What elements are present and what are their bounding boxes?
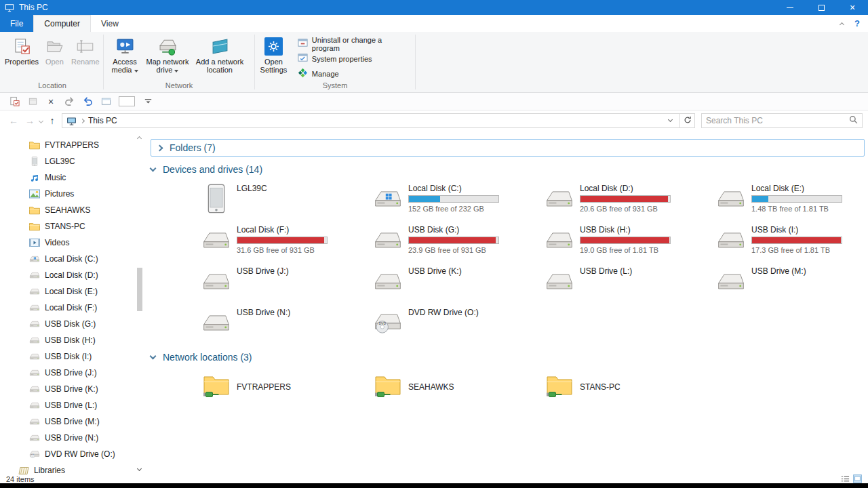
sidebar-item-lgl39c[interactable]: LGL39C: [0, 153, 145, 169]
drive-tile-usb-drive-n[interactable]: USB Drive (N:): [201, 307, 372, 342]
scrollbar-thumb[interactable]: [137, 268, 142, 311]
group-header-devices[interactable]: Devices and drives (14): [151, 161, 865, 178]
address-box[interactable]: This PC: [62, 113, 680, 128]
capacity-bar: [408, 237, 499, 244]
recent-locations-icon[interactable]: [39, 118, 43, 123]
group-header-folders[interactable]: Folders (7): [151, 139, 865, 157]
sidebar-item-seahawks[interactable]: SEAHAWKS: [0, 202, 145, 218]
open-button[interactable]: Open: [41, 34, 68, 66]
sidebar-item-music[interactable]: Music: [0, 169, 145, 186]
search-input[interactable]: [706, 116, 849, 125]
scroll-up-icon[interactable]: [137, 136, 142, 141]
open-settings-button[interactable]: Open Settings: [258, 34, 290, 74]
back-button[interactable]: ←: [5, 115, 22, 126]
sidebar-item-local-disk-c[interactable]: Local Disk (C:): [0, 251, 145, 267]
tab-file[interactable]: File: [0, 15, 33, 32]
access-media-button[interactable]: Access media: [106, 34, 143, 74]
system-properties-button[interactable]: System properties: [296, 52, 413, 65]
phone-icon: [201, 183, 232, 218]
breadcrumb[interactable]: This PC: [88, 116, 117, 125]
sidebar-item-dvd-rw-drive-o[interactable]: DVD DVD RW Drive (O:): [0, 446, 145, 462]
capacity-bar: [408, 195, 499, 203]
sidebar-item-pictures[interactable]: Pictures: [0, 186, 145, 202]
drive-tile-usb-disk-g[interactable]: USB Disk (G:) 23.9 GB free of 931 GB: [372, 224, 544, 260]
sidebar-item-local-disk-d[interactable]: Local Disk (D:): [0, 267, 145, 283]
sidebar-scrollbar[interactable]: [136, 134, 144, 472]
properties-icon: [13, 36, 31, 56]
sidebar-item-libraries[interactable]: Libraries: [0, 462, 145, 474]
collapse-group-icon[interactable]: [150, 352, 157, 359]
qat-rename-icon[interactable]: [100, 96, 111, 107]
drive-tile-local-disk-c[interactable]: Local Disk (C:) 152 GB free of 232 GB: [372, 183, 544, 218]
qat-properties-icon[interactable]: [9, 96, 20, 107]
network-location-tile-fvtrappers[interactable]: FVTRAPPERS: [201, 370, 372, 403]
qat-customize-icon[interactable]: [142, 96, 153, 107]
rename-button[interactable]: Rename: [70, 34, 101, 66]
search-icon[interactable]: [849, 115, 858, 126]
drive-tile-usb-disk-h[interactable]: USB Disk (H:) 19.0 GB free of 1.81 TB: [544, 224, 715, 260]
sidebar-item-usb-disk-i[interactable]: USB Disk (I:): [0, 348, 145, 365]
tab-computer[interactable]: Computer: [33, 15, 91, 32]
qat-delete-icon[interactable]: ×: [45, 96, 56, 107]
qat-redo-icon[interactable]: [64, 96, 75, 107]
up-button[interactable]: ↑: [44, 115, 60, 126]
sidebar-item-local-disk-f[interactable]: Local Disk (F:): [0, 300, 145, 316]
drive-icon: [28, 352, 40, 361]
quick-access-toolbar: ×: [0, 93, 868, 110]
sidebar-item-usb-drive-l[interactable]: USB Drive (L:): [0, 397, 145, 413]
details-view-button[interactable]: [841, 474, 850, 483]
qat-new-folder-icon[interactable]: [27, 96, 38, 107]
group-header-network-locations[interactable]: Network locations (3): [151, 349, 865, 365]
breadcrumb-chevron-icon[interactable]: [80, 118, 85, 123]
manage-button[interactable]: Manage: [296, 67, 413, 80]
maximize-button[interactable]: [806, 0, 837, 15]
map-network-drive-button[interactable]: Map network drive: [144, 34, 191, 74]
expand-group-icon[interactable]: [157, 144, 163, 151]
sidebar-item-usb-drive-k[interactable]: USB Drive (K:): [0, 381, 145, 397]
tab-view[interactable]: View: [91, 15, 129, 32]
help-button[interactable]: ?: [854, 18, 860, 28]
drive-tile-usb-drive-k[interactable]: USB Drive (K:): [372, 266, 544, 301]
forward-button[interactable]: →: [22, 115, 38, 126]
network-location-tile-seahawks[interactable]: SEAHAWKS: [372, 370, 544, 403]
drive-tile-local-disk-d[interactable]: Local Disk (D:) 20.6 GB free of 931 GB: [544, 183, 715, 218]
status-bar: 24 items: [0, 474, 868, 483]
drive-tile-local-disk-e[interactable]: Local Disk (E:) 1.48 TB free of 1.81 TB: [715, 183, 868, 218]
titlebar: This PC ×: [0, 0, 868, 15]
sidebar-item-usb-drive-m[interactable]: USB Drive (M:): [0, 413, 145, 430]
uninstall-program-button[interactable]: Uninstall or change a program: [296, 37, 413, 50]
sidebar-item-fvtrappers[interactable]: FVTRAPPERS: [0, 137, 145, 153]
sidebar-item-usb-disk-g[interactable]: USB Disk (G:): [0, 316, 145, 332]
sidebar-item-usb-disk-h[interactable]: USB Disk (H:): [0, 332, 145, 348]
close-button[interactable]: ×: [837, 0, 868, 15]
map-network-drive-icon: [159, 36, 177, 56]
sidebar-item-stans-pc[interactable]: STANS-PC: [0, 218, 145, 235]
drive-tile-usb-drive-l[interactable]: USB Drive (L:): [544, 266, 715, 301]
refresh-button[interactable]: [680, 113, 695, 128]
qat-undo-icon[interactable]: [82, 96, 93, 107]
drive-tile-local-disk-f[interactable]: Local Disk (F:) 31.6 GB free of 931 GB: [201, 224, 372, 260]
close-icon: ×: [850, 3, 855, 12]
drive-tile-dvd-rw-drive-o[interactable]: DVD DVD RW Drive (O:): [372, 307, 544, 342]
network-location-tile-stans-pc[interactable]: STANS-PC: [544, 370, 715, 403]
drive-icon: [28, 417, 40, 426]
large-icons-view-button[interactable]: [853, 474, 862, 483]
sidebar-item-videos[interactable]: Videos: [0, 235, 145, 251]
drive-tile-lgl39c[interactable]: LGL39C: [201, 183, 372, 218]
address-dropdown-icon[interactable]: [663, 121, 677, 121]
sidebar-item-usb-drive-j[interactable]: USB Drive (J:): [0, 365, 145, 381]
minimize-button[interactable]: [774, 0, 806, 15]
scroll-down-icon[interactable]: [137, 466, 142, 471]
properties-button[interactable]: Properties: [4, 34, 39, 66]
drive-tile-usb-drive-m[interactable]: USB Drive (M:): [715, 266, 868, 301]
sidebar-item-usb-drive-n[interactable]: USB Drive (N:): [0, 430, 145, 446]
sidebar-item-local-disk-e[interactable]: Local Disk (E:): [0, 283, 145, 300]
collapse-group-icon[interactable]: [150, 165, 157, 171]
drive-icon: [201, 266, 232, 301]
add-network-location-button[interactable]: Add a network location: [192, 34, 248, 74]
drive-tile-usb-disk-i[interactable]: USB Disk (I:) 17.3 GB free of 1.81 TB: [715, 224, 868, 260]
capacity-bar: [580, 195, 671, 203]
collapse-ribbon-icon[interactable]: [840, 22, 844, 26]
drive-tile-usb-drive-j[interactable]: USB Drive (J:): [201, 266, 372, 301]
qat-input-field[interactable]: [119, 96, 135, 106]
